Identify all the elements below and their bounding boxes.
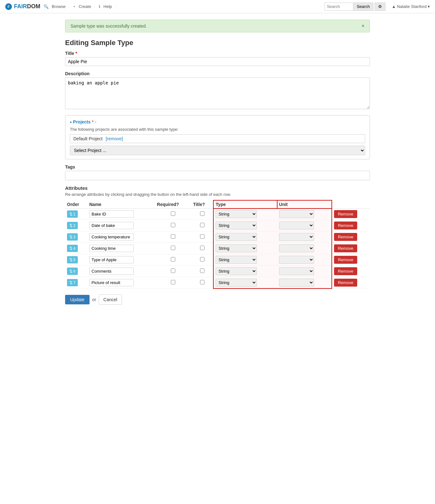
unit-cell bbox=[277, 209, 332, 220]
search-input[interactable] bbox=[325, 3, 353, 11]
attr-name-input-1[interactable] bbox=[89, 210, 134, 218]
title-input[interactable] bbox=[65, 57, 370, 66]
table-row: ⇅1StringIntegerFloatBooleanDate/TimeURIS… bbox=[65, 209, 370, 220]
project-tag: Default Project [remove] bbox=[70, 134, 365, 143]
type-select-3[interactable]: StringIntegerFloatBooleanDate/TimeURISEE… bbox=[216, 233, 257, 241]
title-checkbox-2[interactable] bbox=[200, 223, 204, 227]
update-button[interactable]: Update bbox=[65, 295, 90, 304]
description-label: Description bbox=[65, 71, 370, 76]
required-checkbox-4[interactable] bbox=[171, 246, 175, 250]
attr-name-input-3[interactable] bbox=[89, 233, 134, 241]
table-row: ⇅6StringIntegerFloatBooleanDate/TimeURIS… bbox=[65, 266, 370, 277]
required-checkbox-2[interactable] bbox=[171, 223, 175, 227]
tags-input[interactable] bbox=[65, 171, 370, 180]
page-title: Editing Sample Type bbox=[65, 39, 370, 47]
search-button[interactable]: Search bbox=[353, 3, 373, 11]
drag-button-6[interactable]: ⇅6 bbox=[67, 268, 78, 275]
main-content: Sample type was successfully created. × … bbox=[56, 13, 379, 317]
title-checkbox-3[interactable] bbox=[200, 234, 204, 239]
type-cell: StringIntegerFloatBooleanDate/TimeURISEE… bbox=[213, 277, 277, 289]
type-select-4[interactable]: StringIntegerFloatBooleanDate/TimeURISEE… bbox=[216, 244, 257, 252]
required-checkbox-3[interactable] bbox=[171, 234, 175, 239]
type-select-1[interactable]: StringIntegerFloatBooleanDate/TimeURISEE… bbox=[216, 210, 257, 218]
name-cell bbox=[87, 231, 155, 243]
attributes-section: Attributes Re-arrange attributes by clic… bbox=[65, 185, 370, 289]
create-link[interactable]: Create bbox=[79, 4, 91, 9]
required-cell bbox=[155, 277, 191, 289]
order-cell: ⇅4 bbox=[65, 243, 87, 254]
projects-label: Projects bbox=[73, 119, 90, 124]
title-checkbox-7[interactable] bbox=[200, 280, 204, 284]
col-required: Required? bbox=[155, 200, 191, 209]
unit-select-3[interactable] bbox=[279, 233, 314, 241]
col-title: Title? bbox=[191, 200, 213, 209]
table-row: ⇅5StringIntegerFloatBooleanDate/TimeURIS… bbox=[65, 254, 370, 266]
remove-button-7[interactable]: Remove bbox=[334, 279, 357, 287]
type-select-7[interactable]: StringIntegerFloatBooleanDate/TimeURISEE… bbox=[216, 279, 257, 287]
remove-button-2[interactable]: Remove bbox=[334, 222, 357, 229]
name-cell bbox=[87, 266, 155, 277]
remove-button-6[interactable]: Remove bbox=[334, 267, 357, 275]
title-cell bbox=[191, 277, 213, 289]
required-checkbox-1[interactable] bbox=[171, 211, 175, 216]
browse-link[interactable]: Browse bbox=[52, 4, 65, 9]
required-checkbox-7[interactable] bbox=[171, 280, 175, 284]
unit-select-4[interactable] bbox=[279, 244, 314, 252]
alert-close[interactable]: × bbox=[362, 23, 365, 29]
order-cell: ⇅2 bbox=[65, 220, 87, 231]
unit-select-5[interactable] bbox=[279, 256, 314, 264]
required-checkbox-6[interactable] bbox=[171, 269, 175, 273]
user-label[interactable]: ▲ Natalie Stanford ▾ bbox=[392, 4, 430, 9]
drag-button-7[interactable]: ⇅7 bbox=[67, 279, 78, 286]
attr-name-input-4[interactable] bbox=[89, 245, 134, 252]
type-select-2[interactable]: StringIntegerFloatBooleanDate/TimeURISEE… bbox=[216, 222, 257, 229]
unit-select-7[interactable] bbox=[279, 279, 314, 287]
drag-button-4[interactable]: ⇅4 bbox=[67, 245, 78, 252]
cancel-button[interactable]: Cancel bbox=[99, 295, 122, 305]
remove-button-5[interactable]: Remove bbox=[334, 256, 357, 264]
attr-name-input-5[interactable] bbox=[89, 256, 134, 263]
attr-name-input-7[interactable] bbox=[89, 279, 134, 286]
title-checkbox-4[interactable] bbox=[200, 246, 204, 250]
type-select-5[interactable]: StringIntegerFloatBooleanDate/TimeURISEE… bbox=[216, 256, 257, 264]
type-cell: StringIntegerFloatBooleanDate/TimeURISEE… bbox=[213, 266, 277, 277]
attributes-table: Order Name Required? Title? Type Unit ⇅1… bbox=[65, 200, 370, 289]
type-select-6[interactable]: StringIntegerFloatBooleanDate/TimeURISEE… bbox=[216, 267, 257, 275]
attributes-heading: Attributes bbox=[65, 185, 370, 191]
title-cell bbox=[191, 243, 213, 254]
unit-select-1[interactable] bbox=[279, 210, 314, 218]
attr-name-input-6[interactable] bbox=[89, 268, 134, 275]
remove-cell: Remove bbox=[332, 243, 370, 254]
name-cell bbox=[87, 254, 155, 266]
description-textarea[interactable]: baking an apple pie bbox=[65, 77, 370, 109]
settings-button[interactable]: ⚙ bbox=[375, 3, 385, 11]
help-link[interactable]: Help bbox=[104, 4, 112, 9]
table-row: ⇅2StringIntegerFloatBooleanDate/TimeURIS… bbox=[65, 220, 370, 231]
title-checkbox-1[interactable] bbox=[200, 211, 204, 216]
project-select[interactable]: Select Project ... bbox=[70, 146, 365, 155]
tags-label: Tags bbox=[65, 164, 370, 169]
order-cell: ⇅1 bbox=[65, 209, 87, 220]
success-alert: Sample type was successfully created. × bbox=[65, 20, 370, 32]
title-checkbox-6[interactable] bbox=[200, 269, 204, 273]
remove-button-1[interactable]: Remove bbox=[334, 210, 357, 218]
drag-button-3[interactable]: ⇅3 bbox=[67, 233, 78, 241]
required-checkbox-5[interactable] bbox=[171, 257, 175, 262]
logo: F FAIRDOM bbox=[5, 3, 40, 10]
remove-button-4[interactable]: Remove bbox=[334, 244, 357, 252]
navbar: F FAIRDOM 🔍 Browse · + Create · ℹ Help ·… bbox=[0, 0, 435, 13]
alert-message: Sample type was successfully created. bbox=[70, 23, 147, 29]
drag-button-5[interactable]: ⇅5 bbox=[67, 256, 78, 263]
drag-button-1[interactable]: ⇅1 bbox=[67, 210, 78, 218]
title-checkbox-5[interactable] bbox=[200, 257, 204, 262]
projects-section: ● Projects * - The following projects ar… bbox=[65, 115, 370, 159]
remove-button-3[interactable]: Remove bbox=[334, 233, 357, 241]
unit-cell bbox=[277, 254, 332, 266]
projects-description: The following projects are associated wi… bbox=[70, 127, 365, 132]
unit-cell bbox=[277, 277, 332, 289]
unit-select-2[interactable] bbox=[279, 222, 314, 229]
attr-name-input-2[interactable] bbox=[89, 222, 134, 229]
remove-project-link[interactable]: [remove] bbox=[106, 136, 123, 141]
unit-select-6[interactable] bbox=[279, 267, 314, 275]
drag-button-2[interactable]: ⇅2 bbox=[67, 222, 78, 229]
